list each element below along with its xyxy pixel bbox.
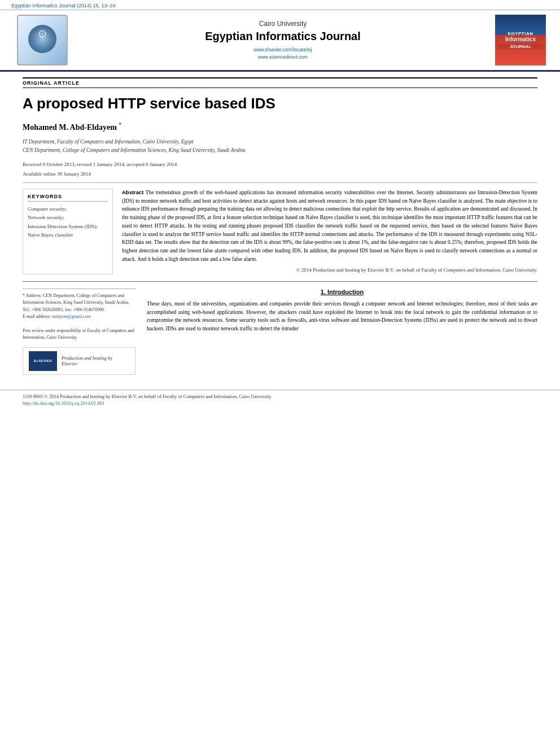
affiliation-1: IT Department, Faculty of Computers and … <box>23 138 537 146</box>
eij-logo-line3: JOURNAL <box>498 44 543 49</box>
top-bar: Egyptian Informatics Journal (2014) 15, … <box>0 0 560 10</box>
university-logo <box>17 15 68 65</box>
journal-header: Cairo University Egyptian Informatics Jo… <box>0 10 560 72</box>
intro-footnote-section: * Address: CEN Department, College of Co… <box>23 289 537 375</box>
university-logo-container <box>11 15 73 65</box>
introduction-text: These days, most of the universities, or… <box>147 300 537 333</box>
issn-line: 1110-8665 © 2014 Production and hosting … <box>23 394 537 399</box>
article-type: ORIGINAL ARTICLE <box>23 77 537 88</box>
abstract-label: Abstract <box>122 189 144 195</box>
abstract-body: The tremendous growth of the web-based a… <box>122 190 537 262</box>
footnote-star: * <box>23 293 25 298</box>
author-affiliations: IT Department, Faculty of Computers and … <box>23 138 537 155</box>
url-sciencedirect[interactable]: www.sciencedirect.com <box>79 54 487 61</box>
elsevier-logo-box: ELSEVIER Production and hosting by Elsev… <box>23 347 135 375</box>
footnote-email[interactable]: mdayem@gmail.com <box>52 314 91 319</box>
keyword-3: Intrusion Detection System (IDS); <box>28 222 108 231</box>
author-superscript: * <box>119 121 121 128</box>
footnote-column: * Address: CEN Department, College of Co… <box>23 289 135 375</box>
introduction-heading: 1. Introduction <box>147 289 537 295</box>
keywords-abstract-section: KEYWORDS Computer security; Network secu… <box>23 189 537 274</box>
abstract-text: Abstract The tremendous growth of the we… <box>122 189 537 263</box>
url-eij[interactable]: www.elsevier.com/locate/eij <box>79 46 487 54</box>
affiliation-2: CEN Department, College of Computers and… <box>23 146 537 155</box>
elsevier-logo: ELSEVIER <box>29 351 57 371</box>
eij-logo: EGYPTIAN Informatics JOURNAL <box>495 15 546 65</box>
university-name: Cairo University <box>79 20 487 28</box>
introduction-heading-text: 1. Introduction <box>321 289 364 295</box>
footnote-email-label: E-mail address: <box>23 314 51 319</box>
keyword-2: Network security; <box>28 213 108 222</box>
keywords-column: KEYWORDS Computer security; Network secu… <box>23 189 113 274</box>
journal-url1: www.elsevier.com/locate/eij www.scienced… <box>79 46 487 61</box>
footnote-address: Address: CEN Department, College of Comp… <box>23 293 129 312</box>
keywords-list: Computer security; Network security; Int… <box>28 205 108 239</box>
section-separator <box>23 281 537 282</box>
abstract-copyright: © 2014 Production and hosting by Elsevie… <box>122 267 537 274</box>
received-date: Received 9 October 2013; revised 1 Janua… <box>23 160 537 168</box>
bottom-bar: 1110-8665 © 2014 Production and hosting … <box>0 390 560 408</box>
article-title: A proposed HTTP service based IDS <box>23 95 537 112</box>
journal-citation: Egyptian Informatics Journal (2014) 15, … <box>11 3 116 8</box>
keyword-1: Computer security; <box>28 205 108 213</box>
footnote-section: * Address: CEN Department, College of Co… <box>23 289 135 342</box>
elsevier-text: Production and hosting by Elsevier <box>62 355 129 366</box>
author-name: Mohamed M. Abd-Eldayem * <box>23 121 537 132</box>
abstract-column: Abstract The tremendous growth of the we… <box>122 189 537 274</box>
doi-line[interactable]: http://dx.doi.org/10.1016/j.eij.2014.01.… <box>23 400 537 406</box>
available-date: Available online 30 January 2014 <box>23 170 537 178</box>
eij-logo-line1: EGYPTIAN <box>508 31 533 36</box>
keyword-4: Naïve Bayes classifier <box>28 231 108 239</box>
introduction-column: 1. Introduction These days, most of the … <box>147 289 537 375</box>
header-center: Cairo University Egyptian Informatics Jo… <box>79 15 487 65</box>
keywords-header: KEYWORDS <box>28 194 108 202</box>
main-content: ORIGINAL ARTICLE A proposed HTTP service… <box>0 72 560 381</box>
author-name-text: Mohamed M. Abd-Eldayem <box>23 123 117 132</box>
separator-1 <box>23 182 537 183</box>
journal-title: Egyptian Informatics Journal <box>79 30 487 43</box>
eij-logo-line2: Informatics <box>505 36 536 43</box>
footnote-peer-review: Peer review under responsibility of Facu… <box>23 328 134 340</box>
eij-logo-container: EGYPTIAN Informatics JOURNAL <box>492 15 549 65</box>
